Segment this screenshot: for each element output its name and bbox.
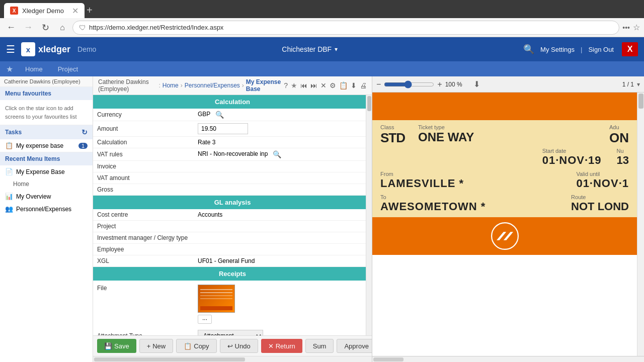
tab-close-icon[interactable]: ✕ [72,6,78,16]
org-name: Chichester DBF [282,45,332,53]
save-button[interactable]: 💾 Save [97,339,136,353]
tasks-header[interactable]: Tasks ↻ [0,125,93,139]
investment-manager-row: Investment manager / Clergy type [93,232,372,244]
address-bar[interactable]: 🛡 https://demo.xledger.net/Restricted/In… [72,21,619,35]
reload-button[interactable]: ↻ [38,21,52,35]
my-overview-label: My Overview [16,193,51,200]
browser-tab-active[interactable]: X Xledger Demo ✕ [4,3,85,18]
forward-button[interactable]: → [21,21,35,35]
download-preview-btn[interactable]: ⬇ [473,79,480,89]
preview-content: Class STD Ticket type ONE WAY Adu ON [372,93,637,356]
ticket-to-field: To AWESOMETOWN * [380,194,486,213]
sum-button[interactable]: Sum [305,339,334,353]
calculation-value: Rate 3 [198,139,215,146]
file-more-btn[interactable]: ··· [198,315,235,324]
vat-rules-row: VAT rules NRI - Non-recoverable inp 🔍 [93,148,372,161]
ticket-row-3: From LAMESVILLE * Valid until 01·NOV·1 [372,169,637,192]
download-icon[interactable]: ⬇ [351,81,357,89]
currency-search-btn[interactable]: 🔍 [215,111,224,119]
breadcrumb-home[interactable]: Home [163,82,179,89]
new-tab-button[interactable]: + [87,5,93,18]
undo-button[interactable]: ↩ Undo [220,339,258,353]
hamburger-menu[interactable]: ☰ [6,43,15,55]
bookmark-icon[interactable]: ☆ [633,23,640,32]
ticket-card: Class STD Ticket type ONE WAY Adu ON [372,93,637,356]
save-icon: 💾 [104,342,112,350]
gl-table: Cost centre Accounts Project Investment … [93,209,372,267]
back-button[interactable]: ← [4,21,18,35]
preview-hscroll[interactable] [372,356,644,362]
nav-next-icon[interactable]: ⏭ [310,81,317,89]
menu-favourites-header[interactable]: Menu favourites [0,87,93,100]
currency-value: GBP [198,111,210,118]
copy-form-icon[interactable]: 📋 [339,81,348,89]
org-selector[interactable]: Chichester DBF ▾ [282,45,338,53]
preview-vscroll[interactable] [637,93,644,356]
vscroll-thumb [367,96,371,111]
sidebar-section-tasks: Tasks ↻ 📋 My expense base 1 [0,125,93,152]
zoom-in-btn[interactable]: + [437,80,442,89]
route-value: NOT LOND [571,200,629,213]
search-button[interactable]: 🔍 [523,44,534,55]
my-overview-icon: 📊 [5,193,13,200]
form-hscroll[interactable] [93,356,372,362]
browser-chrome: X Xledger Demo ✕ + [0,0,644,18]
zoom-out-btn[interactable]: − [376,80,381,89]
new-button[interactable]: + New [139,339,174,353]
ticket-row-4: To AWESOMETOWN * Route NOT LOND [372,192,637,217]
sidebar-section-favourites: Menu favourites Click on the star icon t… [0,87,93,125]
page-dropdown-btn[interactable]: ▾ [637,81,640,88]
signout-link[interactable]: Sign Out [588,46,614,53]
num-label: Nu [617,148,629,154]
calculation-row: Calculation Rate 3 [93,137,372,148]
attachment-type-select[interactable]: Attachment [198,330,263,335]
app-badge: X [622,42,638,56]
sidebar-item-my-overview[interactable]: 📊 My Overview [0,190,93,203]
rail-logo [491,222,519,250]
refresh-icon[interactable]: ↻ [82,128,88,136]
settings-form-icon[interactable]: ⚙ [330,81,336,89]
vat-search-btn[interactable]: 🔍 [273,150,281,158]
logo-icon: x [21,42,35,56]
breadcrumb-personnel[interactable]: Personnel/Expenses [185,82,240,89]
settings-link[interactable]: My Settings [540,46,575,53]
print-icon[interactable]: 🖨 [360,81,367,89]
gl-section-header: GL analysis [93,196,372,209]
sidebar-item-my-expense-base[interactable]: 📄 My Expense Base [0,165,93,178]
home-button[interactable]: ⌂ [55,21,69,35]
amount-input[interactable] [198,123,248,134]
receipts-table: File [93,281,372,335]
return-button[interactable]: ✕ Return [261,339,302,353]
sidebar-section-recent: Recent Menu Items 📄 My Expense Base Home… [0,152,93,215]
close-form-icon[interactable]: ✕ [320,81,327,89]
help-icon[interactable]: ? [284,81,288,89]
approve-button[interactable]: Approve [337,339,372,353]
copy-button[interactable]: 📋 Copy [176,339,216,353]
recent-header[interactable]: Recent Menu Items [0,152,93,165]
class-label: Class [380,124,405,130]
undo-icon: ↩ [227,342,233,350]
preview-toolbar: − + 100 % ⬇ 1 / 1 ▾ [372,76,644,93]
form-vscroll[interactable] [366,95,372,335]
sidebar-item-personnel-expenses[interactable]: 👥 Personnel/Expenses [0,203,93,215]
more-options-icon[interactable]: ••• [622,24,630,32]
page-info: 1 / 1 [622,81,634,88]
home-sub-label: Home [13,180,29,188]
route-label: Route [571,194,629,200]
sidebar-item-home[interactable]: Home [0,178,93,190]
gross-row: Gross [93,184,372,196]
nav-prev-icon[interactable]: ⏮ [300,81,307,89]
tab-home[interactable]: Home [18,63,50,75]
zoom-value: 100 % [445,81,470,88]
ticket-num-field: Nu 13 [617,148,629,167]
tab-project[interactable]: Project [51,63,85,75]
zoom-slider[interactable] [384,80,434,88]
receipt-thumbnail[interactable] [198,285,235,313]
sidebar-item-expense-base[interactable]: 📋 My expense base 1 [0,139,93,152]
personnel-label: Personnel/Expenses [16,206,71,213]
star-fav-icon[interactable]: ★ [291,81,297,89]
expense-base-icon: 📋 [5,142,13,149]
breadcrumb-expense-base[interactable]: My Expense Base [246,78,282,93]
ticket-from-field: From LAMESVILLE * [380,171,464,190]
star-icon[interactable]: ★ [6,64,13,74]
